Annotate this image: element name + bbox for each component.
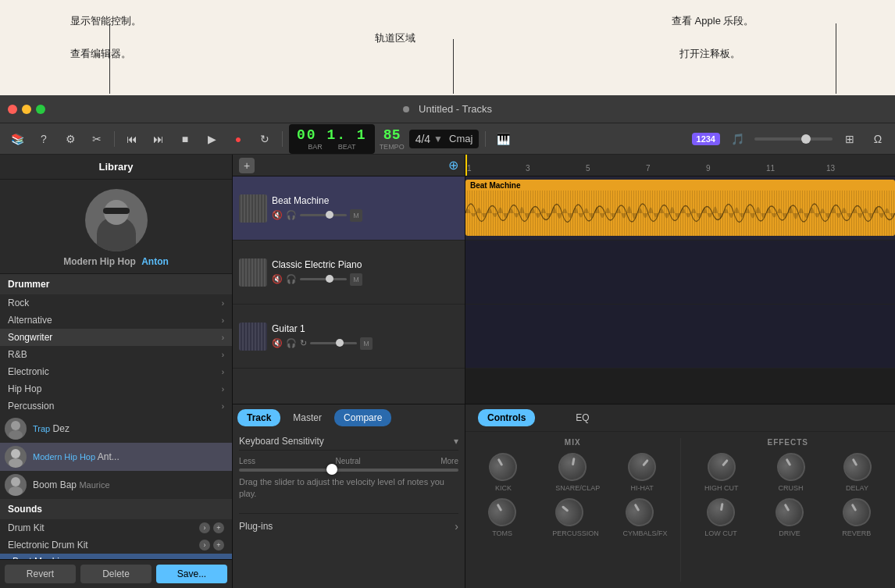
volume-thumb[interactable] (801, 134, 811, 144)
svg-point-5 (9, 486, 23, 496)
svg-point-4 (11, 477, 20, 486)
track-mute-button2[interactable]: M (350, 273, 362, 286)
tuner-icon[interactable]: 🎵 (726, 128, 748, 150)
svg-point-1 (9, 430, 23, 440)
drummer-avatar-trap (5, 418, 27, 440)
track-volume-slider3[interactable] (310, 342, 357, 344)
count-in-badge[interactable]: 1234 (692, 133, 720, 145)
genre-electronic[interactable]: Electronic› (0, 363, 232, 380)
master-volume-slider[interactable] (754, 137, 833, 141)
add-icon[interactable]: + (213, 522, 224, 533)
mixer-tab-controls[interactable]: Controls (478, 409, 535, 426)
knobs-row-1-effects: HIGH CUT CRUSH DELAY (687, 453, 890, 492)
add-track-button[interactable]: + (239, 158, 255, 173)
knobs-row-1-mix: KICK SNARE/CLAP HI-HAT (472, 453, 674, 492)
headphone-icon3[interactable]: 🎧 (286, 338, 297, 348)
midi-icon[interactable]: 🎹 (492, 128, 514, 150)
cymbals-knob[interactable] (621, 493, 659, 531)
slider-description: Drag the slider to adjust the velocity l… (239, 476, 458, 501)
percussion-knob[interactable] (550, 493, 590, 533)
hihat-knob[interactable] (622, 447, 662, 487)
save-button[interactable]: Save... (156, 565, 227, 583)
notes-icon[interactable]: Ω (867, 128, 889, 150)
help-icon[interactable]: ? (33, 128, 55, 150)
library-icon[interactable]: 📚 (6, 128, 28, 150)
position-display: 00 1. 1 BAR BEAT (289, 124, 375, 154)
delete-button[interactable]: Delete (80, 565, 152, 583)
expand-icon2[interactable]: › (199, 540, 210, 551)
track-mute-button3[interactable]: M (360, 337, 373, 350)
revert-button[interactable]: Revert (5, 565, 76, 583)
drummer-boom-bap[interactable]: Boom Bap Maurice (0, 471, 232, 499)
stop-button[interactable]: ■ (174, 128, 196, 150)
tab-compare[interactable]: Compare (334, 409, 391, 426)
expand-chevron[interactable]: ▾ (454, 436, 458, 447)
add-icon2[interactable]: + (213, 540, 224, 551)
kick-knob[interactable] (484, 447, 522, 486)
headphone-icon2[interactable]: 🎧 (286, 274, 297, 284)
crush-knob[interactable] (772, 447, 810, 486)
track-volume-slider2[interactable] (300, 278, 347, 280)
genre-hiphop[interactable]: Hip Hop› (0, 380, 232, 397)
chevron-icon: › (222, 333, 224, 342)
close-button[interactable] (8, 105, 17, 114)
cycle-button[interactable]: ↻ (254, 128, 276, 150)
reverb-knob[interactable] (837, 493, 875, 531)
low-cut-knob[interactable] (704, 496, 737, 529)
separator3 (485, 131, 486, 147)
mixer-tab-eq[interactable]: EQ (566, 409, 598, 426)
settings-icon[interactable]: ⚙ (59, 128, 81, 150)
snare-label: SNARE/CLAP (555, 484, 590, 492)
rewind-button[interactable]: ⏮ (121, 128, 143, 150)
drummer-style-boom: Boom Bap Maurice (33, 479, 227, 490)
bottom-left-panel: Track Master Compare Keyboard Sensitivit… (233, 404, 465, 588)
maximize-button[interactable] (36, 105, 45, 114)
mute-icon[interactable]: 🔇 (272, 210, 283, 220)
expand-icon[interactable]: › (199, 522, 210, 533)
tab-master[interactable]: Master (283, 409, 331, 426)
drive-knob[interactable] (770, 493, 808, 531)
apple-loops-icon[interactable]: ⊞ (839, 128, 861, 150)
headphone-icon[interactable]: 🎧 (286, 210, 297, 220)
fast-forward-button[interactable]: ⏭ (148, 128, 169, 150)
genre-songwriter[interactable]: Songwriter› (0, 329, 232, 346)
volume-slider-thumb[interactable] (326, 211, 333, 219)
beat-machine-clip[interactable]: Beat Machine // Generate waveform bars (465, 180, 895, 236)
genre-rb[interactable]: R&B› (0, 346, 232, 363)
track-beat-machine: Beat Machine 🔇 🎧 M (233, 176, 465, 241)
volume-slider-thumb2[interactable] (326, 275, 333, 283)
genre-alternative[interactable]: Alternative› (0, 312, 232, 329)
delay-knob[interactable] (838, 447, 876, 486)
plugins-chevron[interactable]: › (455, 520, 458, 533)
mute-icon3[interactable]: 🔇 (272, 338, 283, 348)
high-cut-label: HIGH CUT (704, 484, 739, 492)
sound-beat-machine[interactable]: Beat Machine (0, 554, 232, 559)
record-button[interactable]: ● (227, 128, 249, 150)
toms-knob[interactable] (483, 493, 521, 531)
loop-icon[interactable]: ↻ (300, 338, 307, 348)
minimize-button[interactable] (22, 105, 31, 114)
volume-slider-thumb3[interactable] (336, 339, 344, 347)
snare-knob[interactable] (556, 451, 589, 483)
genre-rock[interactable]: Rock› (0, 294, 232, 312)
tab-track[interactable]: Track (237, 409, 280, 426)
scissors-icon[interactable]: ✂ (86, 128, 108, 150)
sensitivity-slider[interactable] (239, 469, 458, 472)
smart-controls-icon[interactable]: ⊕ (448, 158, 458, 173)
sound-cat-drum-kit[interactable]: Drum Kit › + (0, 519, 232, 536)
knob-crush: CRUSH (777, 453, 805, 492)
track-mute-button[interactable]: M (350, 209, 362, 222)
genre-percussion[interactable]: Percussion› (0, 397, 232, 415)
play-button[interactable]: ▶ (201, 128, 223, 150)
track-volume-slider[interactable] (300, 214, 347, 216)
knob-drive: DRIVE (776, 498, 804, 537)
track-thumb-beat-machine (239, 194, 267, 223)
sounds-section-title: Sounds (0, 499, 232, 519)
slider-thumb[interactable] (326, 464, 337, 475)
sound-cat-electronic-drum[interactable]: Electronic Drum Kit › + (0, 536, 232, 554)
mute-icon2[interactable]: 🔇 (272, 274, 283, 284)
high-cut-knob[interactable] (701, 447, 741, 487)
time-signature[interactable]: 4/4 ▼ Cmaj (409, 130, 480, 148)
drummer-trap[interactable]: Trap Dez (0, 415, 232, 443)
drummer-modern-hiphop[interactable]: Modern Hip Hop Ant... (0, 443, 232, 471)
